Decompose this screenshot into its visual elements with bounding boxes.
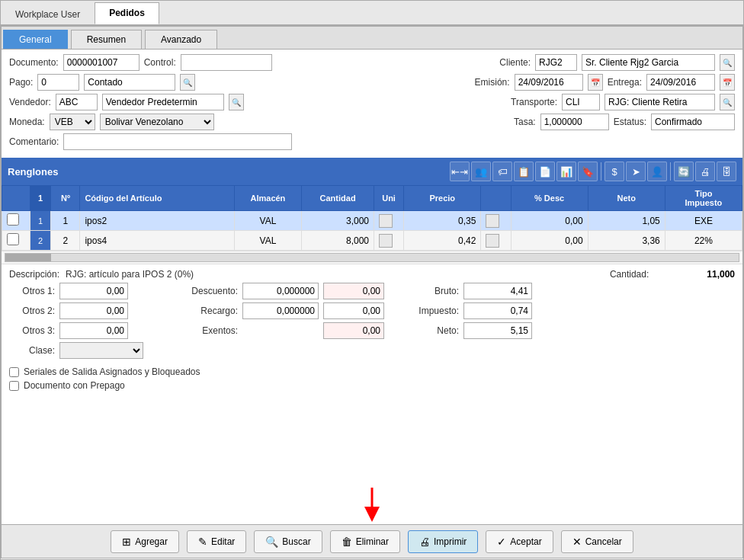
- cliente-name-input[interactable]: [582, 54, 715, 71]
- toolbar-dollar-icon[interactable]: $: [604, 162, 624, 181]
- bruto-row: Bruto:: [406, 283, 558, 299]
- vendedor-name-input[interactable]: [102, 94, 224, 110]
- documento-input[interactable]: [63, 54, 140, 71]
- pago-code-input[interactable]: [37, 74, 79, 91]
- estatus-label: Estatus:: [614, 117, 646, 127]
- control-input[interactable]: [181, 54, 272, 71]
- toolbar-users-icon[interactable]: 👥: [471, 162, 491, 181]
- scroll-thumb[interactable]: [5, 254, 51, 261]
- cliente-code-input[interactable]: [535, 54, 577, 71]
- toolbar-divider-2: [670, 162, 671, 181]
- entrega-calendar-button[interactable]: 📅: [720, 74, 735, 91]
- tab-avanzado[interactable]: Avanzado: [145, 30, 217, 49]
- aceptar-button[interactable]: ✓ Aceptar: [486, 530, 553, 553]
- renglones-title: Renglones: [8, 166, 58, 178]
- otros3-input[interactable]: [59, 322, 128, 339]
- exentos-val-input[interactable]: [323, 322, 384, 339]
- toolbar-doc-icon[interactable]: 📄: [535, 162, 555, 181]
- row-seq-2: 2: [30, 231, 51, 251]
- imprimir-button[interactable]: 🖨 Imprimir: [408, 530, 478, 553]
- seriales-label: Seriales de Salida Asignados y Bloqueado…: [24, 366, 200, 377]
- col-tipo: TipoImpuesto: [665, 186, 742, 211]
- seriales-checkbox[interactable]: [9, 367, 19, 377]
- toolbar-person-icon[interactable]: 👤: [647, 162, 667, 181]
- cancelar-button[interactable]: ✕ Cancelar: [561, 530, 633, 553]
- row-neto-2: 3,36: [588, 231, 665, 251]
- prepago-checkbox[interactable]: [9, 381, 19, 391]
- vendedor-search-button[interactable]: 🔍: [229, 94, 244, 110]
- toolbar-tag-icon[interactable]: 🏷: [492, 162, 512, 181]
- bottom-area: Descripción: RJG: artículo para IPOS 2 (…: [2, 264, 742, 363]
- transporte-code-input[interactable]: [562, 94, 600, 110]
- row-checkbox-cell[interactable]: [2, 231, 30, 251]
- row-almacen-1: VAL: [234, 211, 302, 231]
- form-row-5: Comentario:: [9, 133, 735, 150]
- recargo-val-input[interactable]: [323, 302, 384, 319]
- aceptar-icon: ✓: [497, 536, 506, 548]
- toolbar-bookmark-icon[interactable]: 🔖: [578, 162, 598, 181]
- editar-button[interactable]: ✎ Editar: [187, 530, 246, 553]
- neto-calc-label: Neto:: [406, 325, 459, 336]
- transporte-name-input[interactable]: [604, 94, 715, 110]
- recargo-row: Recargo:: [184, 302, 398, 319]
- moneda-code-select[interactable]: VEB: [50, 114, 95, 130]
- emision-input[interactable]: [515, 74, 583, 91]
- tab-general[interactable]: General: [3, 30, 68, 49]
- tasa-input[interactable]: [540, 114, 609, 130]
- toolbar-chart-icon[interactable]: 📊: [556, 162, 576, 181]
- pago-search-button[interactable]: 🔍: [180, 74, 195, 91]
- agregar-label: Agregar: [135, 536, 168, 547]
- tab-workplace-user[interactable]: Workplace User: [1, 4, 95, 24]
- row-cantidad-1: 3,000: [302, 211, 374, 231]
- table-row[interactable]: 2 2 ipos4 VAL 8,000 0,42 0,00 3,36 22%: [2, 231, 742, 251]
- row-checkbox-cell[interactable]: [2, 211, 30, 231]
- toolbar-refresh-icon[interactable]: 🔄: [674, 162, 694, 181]
- comentario-label: Comentario:: [9, 136, 59, 147]
- form-row-4: Moneda: VEB Bolivar Venezolano Tasa: Est…: [9, 114, 735, 130]
- impuesto-label: Impuesto:: [406, 306, 459, 316]
- toolbar-db-icon[interactable]: 🗄: [717, 162, 736, 181]
- buscar-icon: 🔍: [265, 536, 278, 548]
- horizontal-scrollbar[interactable]: [2, 251, 742, 264]
- toolbar-arrow-icon[interactable]: ➤: [626, 162, 646, 181]
- vendedor-code-input[interactable]: [56, 94, 98, 110]
- moneda-label: Moneda:: [9, 117, 45, 127]
- descuento-val-input[interactable]: [323, 283, 384, 299]
- clase-row: Clase:: [9, 342, 177, 359]
- left-calc: Otros 1: Otros 2: Otros 3: Clase:: [9, 283, 177, 359]
- row-uni-2: [374, 231, 403, 251]
- otros1-label: Otros 1:: [9, 286, 55, 296]
- cliente-label: Cliente:: [499, 57, 531, 68]
- buscar-button[interactable]: 🔍 Buscar: [254, 530, 322, 553]
- tab-resumen[interactable]: Resumen: [71, 30, 142, 49]
- imprimir-icon: 🖨: [419, 536, 430, 548]
- scroll-track[interactable]: [5, 253, 739, 262]
- comentario-input[interactable]: [63, 133, 292, 150]
- right-calc: Bruto: Impuesto: Neto:: [406, 283, 558, 359]
- toolbar-list-icon[interactable]: 📋: [514, 162, 534, 181]
- otros1-input[interactable]: [59, 283, 128, 299]
- toolbar-expand-icon[interactable]: ⇤⇥: [450, 162, 470, 181]
- buscar-label: Buscar: [282, 536, 310, 547]
- col-codigo: Código del Artículo: [80, 186, 234, 211]
- emision-calendar-button[interactable]: 📅: [588, 74, 603, 91]
- row-cantidad-2: 8,000: [302, 231, 374, 251]
- entrega-input[interactable]: [646, 74, 715, 91]
- cliente-search-button[interactable]: 🔍: [720, 54, 735, 71]
- eliminar-button[interactable]: 🗑 Eliminar: [330, 530, 400, 553]
- agregar-button[interactable]: ⊞ Agregar: [111, 530, 179, 553]
- clase-select[interactable]: [59, 342, 143, 359]
- recargo-pct-input[interactable]: [242, 302, 319, 319]
- clase-label: Clase:: [9, 345, 55, 356]
- transporte-search-button[interactable]: 🔍: [720, 94, 735, 110]
- descuento-pct-input[interactable]: [242, 283, 319, 299]
- table-row[interactable]: 1 1 ipos2 VAL 3,000 0,35 0,00 1,05 EXE: [2, 211, 742, 231]
- otros2-input[interactable]: [59, 302, 128, 319]
- checkbox-area: Seriales de Salida Asignados y Bloqueado…: [2, 363, 742, 397]
- form-row-3: Vendedor: 🔍 Transporte: 🔍: [9, 94, 735, 110]
- moneda-name-select[interactable]: Bolivar Venezolano: [100, 114, 214, 130]
- toolbar-print-icon[interactable]: 🖨: [695, 162, 715, 181]
- tab-pedidos[interactable]: Pedidos: [95, 2, 159, 24]
- pago-name-input[interactable]: [84, 74, 175, 91]
- row-n-2: 2: [51, 231, 80, 251]
